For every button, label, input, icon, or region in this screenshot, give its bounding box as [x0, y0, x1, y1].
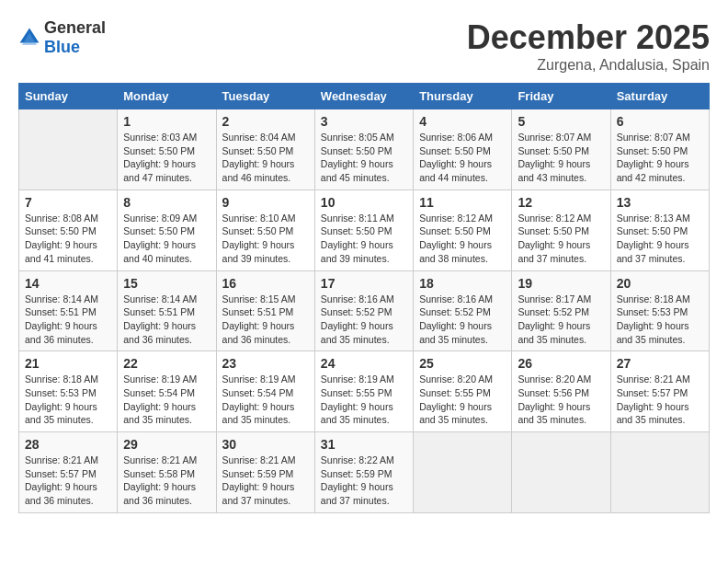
day-info: Sunrise: 8:07 AM Sunset: 5:50 PM Dayligh…: [617, 131, 703, 185]
week-row-2: 7Sunrise: 8:08 AM Sunset: 5:50 PM Daylig…: [19, 190, 710, 270]
day-number: 22: [123, 356, 210, 371]
month-year-title: December 2025: [467, 18, 710, 57]
day-info: Sunrise: 8:08 AM Sunset: 5:50 PM Dayligh…: [25, 212, 111, 266]
day-number: 21: [25, 356, 111, 371]
week-row-5: 28Sunrise: 8:21 AM Sunset: 5:57 PM Dayli…: [19, 432, 710, 513]
day-number: 13: [617, 195, 703, 210]
day-number: 5: [518, 114, 604, 129]
day-number: 4: [419, 114, 506, 129]
day-number: 10: [321, 195, 407, 210]
location-title: Zurgena, Andalusia, Spain: [467, 57, 710, 74]
day-info: Sunrise: 8:10 AM Sunset: 5:50 PM Dayligh…: [222, 212, 309, 266]
calendar-cell: 3Sunrise: 8:05 AM Sunset: 5:50 PM Daylig…: [314, 109, 413, 190]
day-number: 17: [321, 276, 407, 291]
day-info: Sunrise: 8:12 AM Sunset: 5:50 PM Dayligh…: [518, 212, 604, 266]
day-info: Sunrise: 8:18 AM Sunset: 5:53 PM Dayligh…: [617, 293, 703, 347]
day-info: Sunrise: 8:15 AM Sunset: 5:51 PM Dayligh…: [222, 293, 309, 347]
calendar-cell: 26Sunrise: 8:20 AM Sunset: 5:56 PM Dayli…: [512, 351, 610, 432]
calendar-cell: 18Sunrise: 8:16 AM Sunset: 5:52 PM Dayli…: [414, 270, 512, 351]
day-header-friday: Friday: [512, 84, 610, 109]
day-number: 2: [222, 114, 309, 129]
calendar-cell: 2Sunrise: 8:04 AM Sunset: 5:50 PM Daylig…: [216, 109, 314, 190]
calendar-cell: 15Sunrise: 8:14 AM Sunset: 5:51 PM Dayli…: [118, 270, 216, 351]
calendar-cell: 6Sunrise: 8:07 AM Sunset: 5:50 PM Daylig…: [610, 109, 709, 190]
calendar-table: SundayMondayTuesdayWednesdayThursdayFrid…: [18, 83, 710, 513]
calendar-cell: [19, 109, 118, 190]
day-number: 11: [419, 195, 506, 210]
calendar-cell: 23Sunrise: 8:19 AM Sunset: 5:54 PM Dayli…: [216, 351, 314, 432]
day-number: 8: [123, 195, 210, 210]
day-number: 30: [222, 437, 309, 452]
day-header-sunday: Sunday: [19, 84, 118, 109]
calendar-cell: 16Sunrise: 8:15 AM Sunset: 5:51 PM Dayli…: [216, 270, 314, 351]
header: General Blue December 2025 Zurgena, Anda…: [18, 18, 710, 74]
header-row: SundayMondayTuesdayWednesdayThursdayFrid…: [19, 84, 710, 109]
calendar-cell: 20Sunrise: 8:18 AM Sunset: 5:53 PM Dayli…: [610, 270, 709, 351]
day-info: Sunrise: 8:16 AM Sunset: 5:52 PM Dayligh…: [419, 293, 506, 347]
day-info: Sunrise: 8:16 AM Sunset: 5:52 PM Dayligh…: [321, 293, 407, 347]
calendar-cell: 8Sunrise: 8:09 AM Sunset: 5:50 PM Daylig…: [118, 190, 216, 270]
day-info: Sunrise: 8:21 AM Sunset: 5:59 PM Dayligh…: [222, 454, 309, 508]
logo: General Blue: [18, 18, 106, 57]
calendar-cell: 25Sunrise: 8:20 AM Sunset: 5:55 PM Dayli…: [414, 351, 512, 432]
day-info: Sunrise: 8:19 AM Sunset: 5:54 PM Dayligh…: [123, 373, 210, 427]
day-info: Sunrise: 8:21 AM Sunset: 5:57 PM Dayligh…: [617, 373, 703, 427]
calendar-cell: [414, 432, 512, 513]
day-header-thursday: Thursday: [414, 84, 512, 109]
day-info: Sunrise: 8:19 AM Sunset: 5:55 PM Dayligh…: [321, 373, 407, 427]
day-number: 19: [518, 276, 604, 291]
calendar-cell: 5Sunrise: 8:07 AM Sunset: 5:50 PM Daylig…: [512, 109, 610, 190]
calendar-cell: [610, 432, 709, 513]
calendar-cell: 30Sunrise: 8:21 AM Sunset: 5:59 PM Dayli…: [216, 432, 314, 513]
day-info: Sunrise: 8:14 AM Sunset: 5:51 PM Dayligh…: [25, 293, 111, 347]
day-header-wednesday: Wednesday: [314, 84, 413, 109]
calendar-cell: 29Sunrise: 8:21 AM Sunset: 5:58 PM Dayli…: [118, 432, 216, 513]
day-info: Sunrise: 8:11 AM Sunset: 5:50 PM Dayligh…: [321, 212, 407, 266]
day-number: 16: [222, 276, 309, 291]
day-info: Sunrise: 8:17 AM Sunset: 5:52 PM Dayligh…: [518, 293, 604, 347]
logo-text-blue: Blue: [44, 38, 80, 56]
day-info: Sunrise: 8:07 AM Sunset: 5:50 PM Dayligh…: [518, 131, 604, 185]
day-info: Sunrise: 8:09 AM Sunset: 5:50 PM Dayligh…: [123, 212, 210, 266]
day-info: Sunrise: 8:03 AM Sunset: 5:50 PM Dayligh…: [123, 131, 210, 185]
day-info: Sunrise: 8:22 AM Sunset: 5:59 PM Dayligh…: [321, 454, 407, 508]
calendar-cell: [512, 432, 610, 513]
calendar-cell: 13Sunrise: 8:13 AM Sunset: 5:50 PM Dayli…: [610, 190, 709, 270]
day-number: 9: [222, 195, 309, 210]
day-number: 18: [419, 276, 506, 291]
calendar-cell: 14Sunrise: 8:14 AM Sunset: 5:51 PM Dayli…: [19, 270, 118, 351]
calendar-cell: 21Sunrise: 8:18 AM Sunset: 5:53 PM Dayli…: [19, 351, 118, 432]
day-number: 26: [518, 356, 604, 371]
day-info: Sunrise: 8:13 AM Sunset: 5:50 PM Dayligh…: [617, 212, 703, 266]
day-info: Sunrise: 8:20 AM Sunset: 5:56 PM Dayligh…: [518, 373, 604, 427]
calendar-cell: 19Sunrise: 8:17 AM Sunset: 5:52 PM Dayli…: [512, 270, 610, 351]
logo-text-general: General: [44, 18, 106, 37]
day-info: Sunrise: 8:05 AM Sunset: 5:50 PM Dayligh…: [321, 131, 407, 185]
day-number: 25: [419, 356, 506, 371]
week-row-4: 21Sunrise: 8:18 AM Sunset: 5:53 PM Dayli…: [19, 351, 710, 432]
day-info: Sunrise: 8:21 AM Sunset: 5:57 PM Dayligh…: [25, 454, 111, 508]
calendar-cell: 12Sunrise: 8:12 AM Sunset: 5:50 PM Dayli…: [512, 190, 610, 270]
day-header-monday: Monday: [118, 84, 216, 109]
logo-icon: [18, 27, 40, 49]
day-number: 12: [518, 195, 604, 210]
day-info: Sunrise: 8:12 AM Sunset: 5:50 PM Dayligh…: [419, 212, 506, 266]
title-area: December 2025 Zurgena, Andalusia, Spain: [467, 18, 710, 74]
calendar-cell: 4Sunrise: 8:06 AM Sunset: 5:50 PM Daylig…: [414, 109, 512, 190]
day-number: 15: [123, 276, 210, 291]
day-info: Sunrise: 8:18 AM Sunset: 5:53 PM Dayligh…: [25, 373, 111, 427]
calendar-cell: 1Sunrise: 8:03 AM Sunset: 5:50 PM Daylig…: [118, 109, 216, 190]
week-row-1: 1Sunrise: 8:03 AM Sunset: 5:50 PM Daylig…: [19, 109, 710, 190]
calendar-cell: 17Sunrise: 8:16 AM Sunset: 5:52 PM Dayli…: [314, 270, 413, 351]
day-number: 24: [321, 356, 407, 371]
day-number: 1: [123, 114, 210, 129]
day-number: 7: [25, 195, 111, 210]
day-header-tuesday: Tuesday: [216, 84, 314, 109]
calendar-cell: 9Sunrise: 8:10 AM Sunset: 5:50 PM Daylig…: [216, 190, 314, 270]
day-number: 31: [321, 437, 407, 452]
calendar-cell: 27Sunrise: 8:21 AM Sunset: 5:57 PM Dayli…: [610, 351, 709, 432]
day-info: Sunrise: 8:21 AM Sunset: 5:58 PM Dayligh…: [123, 454, 210, 508]
calendar-cell: 24Sunrise: 8:19 AM Sunset: 5:55 PM Dayli…: [314, 351, 413, 432]
day-info: Sunrise: 8:20 AM Sunset: 5:55 PM Dayligh…: [419, 373, 506, 427]
calendar-cell: 31Sunrise: 8:22 AM Sunset: 5:59 PM Dayli…: [314, 432, 413, 513]
